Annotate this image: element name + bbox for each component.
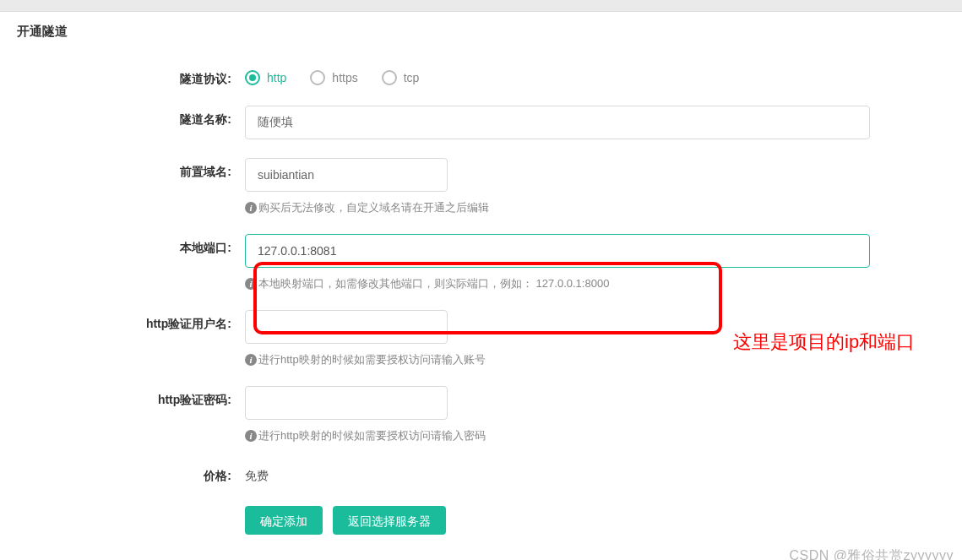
label-name: 隧道名称: (17, 106, 245, 128)
http-user-input[interactable] (245, 310, 448, 344)
protocol-radios: http https tcp (245, 65, 870, 85)
hint-domain: i 购买后无法修改，自定义域名请在开通之后编辑 (245, 200, 870, 215)
info-icon: i (245, 278, 257, 290)
row-buttons: 确定添加 返回选择服务器 (17, 503, 945, 535)
info-icon: i (245, 202, 257, 214)
top-spacer (0, 0, 962, 12)
radio-tcp[interactable]: tcp (382, 70, 420, 85)
field-port: i 本地映射端口，如需修改其他端口，则实际端口，例如： 127.0.0.1:80… (245, 234, 870, 291)
label-domain: 前置域名: (17, 158, 245, 180)
row-name: 隧道名称: (17, 106, 945, 139)
domain-input[interactable] (245, 158, 448, 192)
confirm-button[interactable]: 确定添加 (245, 506, 323, 535)
http-pass-input[interactable] (245, 386, 448, 420)
row-price: 价格: 免费 (17, 462, 945, 484)
hint-text: 进行http映射的时候如需要授权访问请输入密码 (258, 428, 486, 443)
row-pass: http验证密码: i 进行http映射的时候如需要授权访问请输入密码 (17, 386, 945, 443)
radio-icon (310, 70, 325, 85)
field-price: 免费 (245, 462, 870, 484)
back-button[interactable]: 返回选择服务器 (333, 506, 446, 535)
field-protocol: http https tcp (245, 65, 870, 85)
panel-title: 开通隧道 (0, 12, 962, 65)
price-value: 免费 (245, 462, 870, 484)
row-port: 本地端口: i 本地映射端口，如需修改其他端口，则实际端口，例如： 127.0.… (17, 234, 945, 291)
row-domain: 前置域名: i 购买后无法修改，自定义域名请在开通之后编辑 (17, 158, 945, 215)
watermark: CSDN @雅俗共赏zyyyyyy (789, 547, 954, 560)
button-group: 确定添加 返回选择服务器 (245, 503, 870, 535)
field-name (245, 106, 870, 139)
annotation-text: 这里是项目的ip和端口 (733, 328, 915, 356)
label-user: http验证用户名: (17, 310, 245, 332)
label-pass: http验证密码: (17, 386, 245, 408)
field-pass: i 进行http映射的时候如需要授权访问请输入密码 (245, 386, 870, 443)
field-domain: i 购买后无法修改，自定义域名请在开通之后编辑 (245, 158, 870, 215)
radio-icon (245, 70, 260, 85)
tunnel-form: 隧道协议: http https tcp (0, 65, 962, 560)
radio-label: tcp (404, 71, 420, 84)
hint-text: 购买后无法修改，自定义域名请在开通之后编辑 (258, 200, 489, 215)
info-icon: i (245, 430, 257, 442)
radio-https[interactable]: https (310, 70, 357, 85)
info-icon: i (245, 354, 257, 366)
radio-http[interactable]: http (245, 70, 286, 85)
row-protocol: 隧道协议: http https tcp (17, 65, 945, 87)
radio-label: https (332, 71, 357, 84)
hint-text: 进行http映射的时候如需要授权访问请输入账号 (258, 352, 486, 367)
radio-icon (382, 70, 397, 85)
label-port: 本地端口: (17, 234, 245, 256)
hint-port: i 本地映射端口，如需修改其他端口，则实际端口，例如： 127.0.0.1:80… (245, 276, 870, 291)
label-price: 价格: (17, 462, 245, 484)
label-empty (17, 503, 245, 509)
form-panel: 开通隧道 隧道协议: http https tcp (0, 12, 962, 560)
local-port-input[interactable] (245, 234, 870, 268)
hint-pass: i 进行http映射的时候如需要授权访问请输入密码 (245, 428, 870, 443)
radio-label: http (267, 71, 286, 84)
label-protocol: 隧道协议: (17, 65, 245, 87)
hint-text: 本地映射端口，如需修改其他端口，则实际端口，例如： 127.0.0.1:8000 (258, 276, 609, 291)
tunnel-name-input[interactable] (245, 106, 870, 139)
